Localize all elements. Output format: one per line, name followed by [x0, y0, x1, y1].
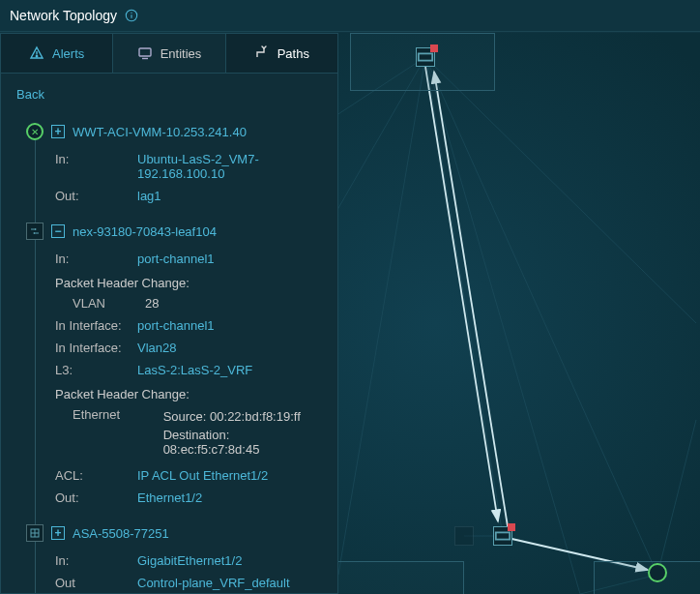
paths-icon [254, 45, 270, 61]
kv-value-out[interactable]: lag1 [137, 189, 161, 203]
node-title[interactable]: WWT-ACI-VMM-10.253.241.40 [73, 125, 247, 139]
tab-alerts-label: Alerts [52, 46, 84, 61]
svg-line-12 [657, 420, 696, 575]
section-packet-header-2: Packet Header Change: [55, 381, 322, 403]
topology-node-mid[interactable] [493, 526, 512, 546]
kv-value-inif2[interactable]: Vlan28 [137, 341, 176, 355]
tree-connector [35, 140, 36, 224]
tab-entities[interactable]: Entities [113, 34, 225, 73]
path-node: − nex-93180-70843-leaf104 In: port-chann… [26, 215, 322, 517]
path-node: + ASA-5508-77251 In: GigabitEthernet1/2 … [26, 517, 322, 594]
kv-label-inif1: In Interface: [55, 318, 137, 333]
kv-label-in: In: [55, 553, 137, 568]
svg-line-9 [425, 57, 580, 594]
panel-tabs: Alerts Entities Paths [1, 34, 337, 74]
tab-paths-label: Paths [277, 46, 309, 61]
kv-value-inif1[interactable]: port-channel1 [137, 318, 215, 333]
topology-region-bl [336, 561, 464, 594]
kv-label-in: In: [55, 152, 137, 166]
kv-value-vlan: 28 [145, 296, 159, 311]
svg-line-4 [425, 57, 657, 575]
eth-source: Source: 00:22:bd:f8:19:ff [163, 407, 322, 426]
vm-icon: ✕ [26, 123, 44, 140]
tree-connector [35, 240, 36, 526]
kv-label-inif2: In Interface: [55, 341, 137, 355]
expand-toggle[interactable]: + [51, 526, 65, 540]
svg-line-15 [434, 72, 508, 526]
path-node: ✕ + WWT-ACI-VMM-10.253.241.40 In: Ubuntu… [26, 115, 322, 215]
path-tree: ✕ + WWT-ACI-VMM-10.253.241.40 In: Ubuntu… [1, 115, 337, 594]
section-packet-header: Packet Header Change: [55, 270, 322, 292]
svg-rect-17 [419, 53, 432, 60]
kv-value-in[interactable]: GigabitEthernet1/2 [137, 553, 242, 568]
kv-value-l3[interactable]: LasS-2:LasS-2_VRF [137, 363, 252, 377]
expand-toggle[interactable]: + [51, 125, 65, 138]
svg-line-14 [425, 67, 498, 521]
back-link[interactable]: Back [1, 74, 337, 115]
svg-rect-21 [139, 48, 151, 56]
eth-dest: Destination: 08:ec:f5:c7:8d:45 [163, 426, 322, 459]
svg-rect-18 [496, 532, 510, 539]
node-title[interactable]: nex-93180-70843-leaf104 [73, 224, 217, 239]
svg-point-2 [131, 13, 131, 14]
svg-point-20 [36, 56, 37, 57]
eth-label: Ethernet [73, 407, 163, 459]
topology-region-br [594, 561, 700, 594]
monitor-icon [137, 45, 153, 61]
kv-value-in[interactable]: Ubuntu-LasS-2_VM7-192.168.100.10 [137, 152, 311, 181]
kv-label-acl: ACL: [55, 468, 137, 483]
topology-node-endpoint[interactable] [648, 563, 667, 582]
kv-label-out: Out [55, 576, 137, 590]
kv-value-acl[interactable]: IP ACL Out Ethernet1/2 [137, 468, 268, 483]
topology-node-top[interactable] [416, 47, 435, 67]
switch-icon [26, 223, 44, 240]
tab-entities-label: Entities [160, 46, 202, 61]
side-panel: Alerts Entities Paths Back ✕ + WWT-ACI-V… [0, 33, 338, 594]
kv-value-out[interactable]: Control-plane_VRF_default [137, 576, 290, 590]
info-icon[interactable] [125, 9, 138, 22]
kv-value-in[interactable]: port-channel1 [137, 252, 215, 266]
topology-node-mid-fade[interactable] [454, 526, 474, 546]
collapse-toggle[interactable]: − [51, 224, 65, 238]
tab-paths[interactable]: Paths [226, 34, 337, 73]
kv-label-out: Out: [55, 490, 137, 505]
kv-label-vlan: VLAN [73, 296, 145, 311]
tree-connector [35, 542, 36, 594]
page-title: Network Topology [10, 8, 117, 23]
firewall-icon [26, 524, 44, 542]
kv-label-l3: L3: [55, 363, 137, 377]
tab-alerts[interactable]: Alerts [1, 34, 113, 73]
svg-line-7 [425, 57, 503, 536]
kv-label-in: In: [55, 252, 137, 266]
svg-line-6 [338, 57, 425, 575]
alert-icon [29, 45, 44, 61]
node-title[interactable]: ASA-5508-77251 [73, 526, 169, 541]
kv-value-out[interactable]: Ethernet1/2 [137, 490, 202, 505]
page-header: Network Topology [0, 0, 700, 32]
svg-line-5 [425, 57, 696, 323]
kv-label-out: Out: [55, 189, 137, 203]
